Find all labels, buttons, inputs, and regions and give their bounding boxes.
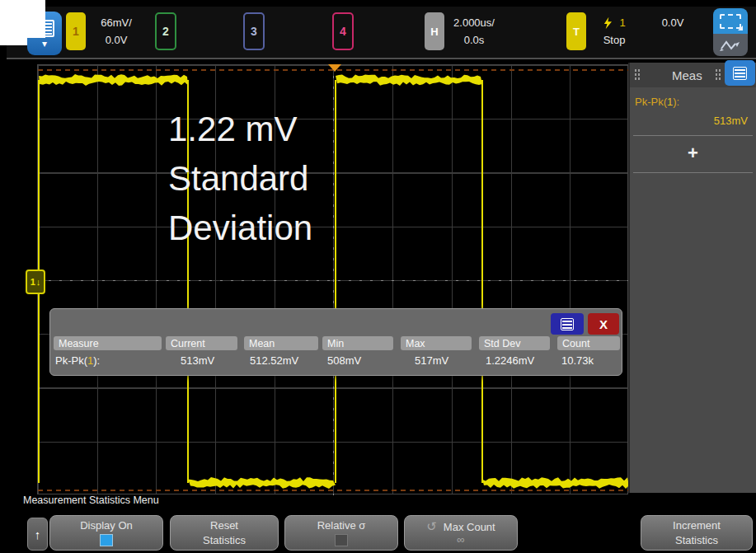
annotation-line-2: Standard <box>168 154 312 204</box>
channel-1-trace <box>38 74 629 489</box>
stat-current: 513mV <box>181 354 214 367</box>
channel-3-button[interactable]: 3 <box>243 12 265 50</box>
stat-count: 10.73k <box>561 354 594 367</box>
annotation-line-1: 1.22 mV <box>168 105 312 154</box>
sidebar-title: Meas <box>672 68 702 82</box>
trigger-source: 1 <box>619 14 625 31</box>
delay-value: 0.0s <box>447 31 501 49</box>
channel-1-ground-marker[interactable]: 1↓ <box>26 269 45 294</box>
trigger-level-value: 0.0V <box>650 14 696 31</box>
graticule: 1↓ 1.22 mV Standard Deviation <box>37 64 628 494</box>
col-header-mean: Mean <box>244 336 318 350</box>
softkey-increment-statistics[interactable]: Increment Statistics <box>641 515 753 551</box>
col-header-max: Max <box>401 336 472 350</box>
channel-1-button[interactable]: 1 <box>66 12 86 50</box>
divider <box>633 172 753 173</box>
add-measurement-button[interactable]: + <box>630 143 756 164</box>
annotation-text: 1.22 mV Standard Deviation <box>168 105 312 253</box>
trigger-info[interactable]: 1 Stop <box>587 14 641 49</box>
softkey-display-on[interactable]: Display On <box>49 515 163 551</box>
channel-1-scale[interactable]: 66mV/ 0.0V <box>89 14 143 49</box>
drag-grip-icon[interactable] <box>715 68 721 82</box>
up-arrow-icon: ↑ <box>35 527 41 541</box>
back-button[interactable]: ↑ <box>27 518 48 551</box>
screenshot-artifact-white-step <box>0 38 27 45</box>
zone-select-icon <box>713 8 748 34</box>
oscilloscope-screen: ▾ 1 66mV/ 0.0V 2 3 4 H 2.000us/ 0.0s T 1… <box>0 0 756 553</box>
meas-sidebar: Meas Pk-Pk(1): 513mV + <box>628 63 756 493</box>
col-header-stddev: Std Dev <box>479 336 550 350</box>
col-header-count: Count <box>557 336 620 350</box>
chevron-down-icon: ▾ <box>42 40 47 48</box>
stat-min: 508mV <box>327 354 361 367</box>
stat-measure-name: Pk-Pk(1): <box>55 354 100 367</box>
horizontal-button[interactable]: H <box>425 12 444 50</box>
waveform-svg <box>38 65 629 495</box>
meas-sidebar-header[interactable]: Meas <box>630 63 756 87</box>
channel-1-offset: 0.0V <box>89 31 143 49</box>
top-status-bar: ▾ 1 66mV/ 0.0V 2 3 4 H 2.000us/ 0.0s T 1… <box>7 7 756 59</box>
channel-2-button[interactable]: 2 <box>155 12 176 50</box>
stat-stddev: 1.2246mV <box>486 354 534 367</box>
channel-1-vdiv: 66mV/ <box>89 14 143 31</box>
statistics-popup[interactable]: X Measure Current Mean Min Max Std Dev C… <box>49 308 622 376</box>
col-header-min: Min <box>322 336 393 350</box>
channel-4-button[interactable]: 4 <box>332 12 354 50</box>
acquisition-status: Stop <box>587 31 641 49</box>
divider <box>633 135 753 136</box>
softkey-relative-sigma[interactable]: Relative σ <box>284 515 398 551</box>
max-count-value: ∞ <box>405 534 517 545</box>
softkey-reset-statistics[interactable]: Reset Statistics <box>170 515 279 551</box>
trigger-edge-icon <box>603 16 612 30</box>
stat-mean: 512.52mV <box>250 354 298 367</box>
sidebar-measurement-value: 513mV <box>630 115 748 127</box>
popup-menu-button[interactable] <box>551 313 584 335</box>
relative-sigma-checkbox[interactable] <box>335 534 348 546</box>
zone-trigger-button[interactable] <box>713 8 748 56</box>
annotation-line-3: Deviation <box>168 204 312 253</box>
display-on-checkbox[interactable] <box>100 534 113 546</box>
popup-menu-icon <box>561 318 574 330</box>
timebase-value: 2.000us/ <box>447 14 501 31</box>
trigger-button[interactable]: T <box>566 12 586 50</box>
stat-max: 517mV <box>415 354 448 367</box>
trigger-time-marker-icon[interactable] <box>328 64 341 72</box>
screenshot-artifact-white-block <box>0 0 45 38</box>
drag-grip-icon[interactable] <box>634 68 641 82</box>
sidebar-menu-icon <box>733 67 747 80</box>
sidebar-measurement-label[interactable]: Pk-Pk(1): <box>635 96 756 108</box>
sidebar-menu-button[interactable] <box>725 60 755 86</box>
waveform-tool-icon <box>713 34 748 56</box>
col-header-measure: Measure <box>54 336 162 350</box>
horizontal-settings[interactable]: 2.000us/ 0.0s <box>447 14 501 49</box>
col-header-current: Current <box>166 336 237 350</box>
cycle-icon: ↺ <box>426 519 437 534</box>
menu-title: Measurement Statistics Menu <box>23 494 159 506</box>
popup-close-button[interactable]: X <box>588 313 619 335</box>
softkey-max-count[interactable]: ↺ Max Count ∞ <box>404 515 518 551</box>
